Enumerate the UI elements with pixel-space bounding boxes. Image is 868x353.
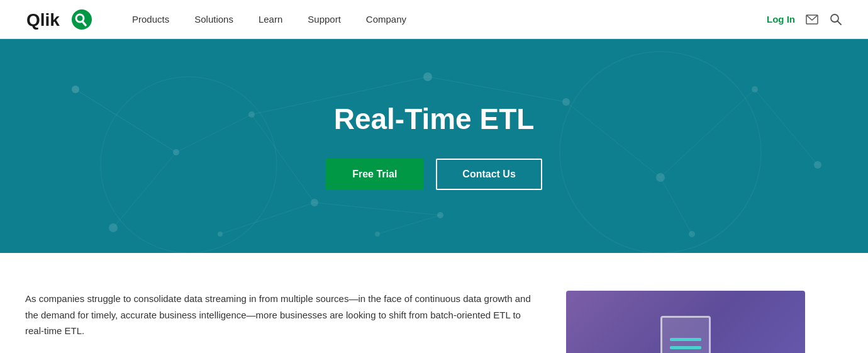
hero-background: [0, 39, 868, 253]
doc-line-2: [670, 346, 701, 349]
document-illustration: [660, 316, 711, 353]
navbar: Qlik Products Solutions Learn Support Co…: [0, 0, 868, 39]
logo-svg: Qlik: [25, 7, 94, 32]
hero-title: Real-Time ETL: [334, 102, 535, 136]
search-icon[interactable]: [829, 13, 843, 26]
nav-support[interactable]: Support: [295, 0, 353, 39]
content-para-1: As companies struggle to consolidate dat…: [25, 291, 541, 339]
doc-line-1: [670, 338, 701, 341]
login-link[interactable]: Log In: [767, 14, 795, 25]
nav-learn[interactable]: Learn: [246, 0, 295, 39]
content-text: As companies struggle to consolidate dat…: [25, 291, 541, 353]
nav-products[interactable]: Products: [120, 0, 182, 39]
svg-line-26: [252, 115, 314, 203]
svg-line-34: [377, 215, 440, 234]
nav-company[interactable]: Company: [353, 0, 419, 39]
svg-point-21: [101, 77, 277, 253]
content-image: [566, 291, 805, 353]
hero-buttons: Free Trial Contact Us: [326, 159, 542, 190]
nav-right: Log In: [767, 13, 843, 26]
svg-line-25: [176, 115, 252, 152]
svg-line-6: [838, 21, 842, 25]
svg-line-24: [113, 152, 176, 228]
svg-line-27: [220, 203, 314, 234]
svg-point-22: [560, 52, 761, 253]
svg-line-35: [314, 203, 440, 215]
nav-solutions[interactable]: Solutions: [182, 0, 246, 39]
svg-point-1: [72, 9, 92, 30]
svg-line-31: [660, 89, 755, 177]
nav-links: Products Solutions Learn Support Company: [120, 0, 767, 39]
svg-line-23: [75, 89, 176, 152]
content-section: As companies struggle to consolidate dat…: [0, 253, 868, 353]
hero-section: Real-Time ETL Free Trial Contact Us: [0, 39, 868, 253]
free-trial-button[interactable]: Free Trial: [326, 159, 423, 190]
mail-icon[interactable]: [805, 13, 819, 26]
logo[interactable]: Qlik: [25, 7, 94, 32]
svg-line-32: [755, 89, 818, 165]
svg-line-33: [660, 177, 692, 234]
svg-text:Qlik: Qlik: [26, 10, 60, 30]
svg-line-29: [428, 77, 566, 102]
contact-us-button[interactable]: Contact Us: [436, 159, 542, 190]
svg-line-30: [566, 102, 660, 177]
